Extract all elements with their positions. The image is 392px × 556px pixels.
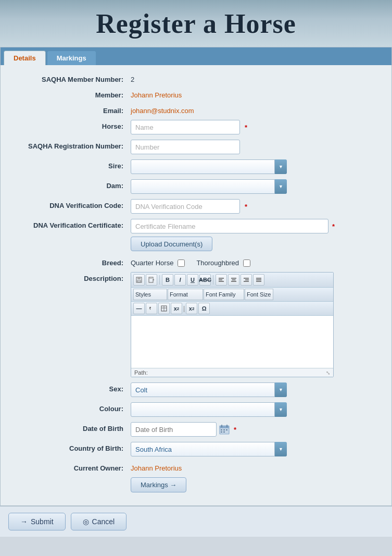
description-row: Description: B I [11, 272, 381, 377]
country-label: Country of Birth: [11, 442, 131, 452]
rte-align-justify-btn[interactable] [253, 274, 264, 286]
rte-sep-v: | [183, 305, 185, 312]
country-dropdown-wrap: South Africa [131, 442, 287, 456]
rte-path: Path: [134, 369, 148, 376]
svg-rect-26 [221, 429, 222, 430]
dna-cert-label: DNA Verification Certificate: [11, 219, 131, 229]
svg-rect-28 [226, 429, 227, 430]
breed-label: Breed: [11, 256, 131, 267]
submit-button[interactable]: → Submit [8, 513, 66, 530]
svg-rect-27 [223, 429, 225, 430]
colour-select[interactable] [131, 402, 287, 417]
dam-label: Dam: [11, 179, 131, 190]
rte-body[interactable] [131, 316, 333, 368]
rte-save-btn[interactable] [133, 274, 145, 286]
svg-rect-2 [137, 280, 141, 282]
saqha-member-value: 2 [131, 73, 134, 83]
cancel-label: Cancel [92, 517, 115, 526]
rte-table-btn[interactable] [158, 303, 170, 314]
rte-fontfamily-select[interactable]: Font Family [204, 289, 244, 300]
horse-required: * [245, 123, 247, 131]
rte-toolbar-2: Styles Format Font Family [131, 288, 333, 302]
dna-code-required: * [245, 203, 247, 211]
rte-undo-btn[interactable] [146, 303, 157, 314]
rte-toolbar-1: B I U ABC [131, 273, 333, 288]
rte-superscript-btn[interactable]: x2 [186, 303, 197, 314]
calendar-icon[interactable] [219, 424, 230, 435]
sex-dropdown-wrap: Colt Filly Gelding Mare Stallion [131, 382, 287, 397]
rte-strikethrough-btn[interactable]: ABC [199, 274, 211, 286]
submit-icon: → [20, 517, 28, 526]
member-label: Member: [11, 89, 131, 99]
upload-button[interactable]: Upload Document(s) [131, 237, 212, 251]
markings-button[interactable]: Markings → [131, 477, 186, 492]
sire-dropdown-wrap [131, 159, 287, 174]
member-value: Johann Pretorius [131, 89, 182, 99]
rte-hr-btn[interactable]: — [133, 303, 145, 314]
owner-row: Current Owner: Johann Pretorius [11, 462, 381, 472]
cancel-icon: ◎ [83, 517, 89, 526]
rte-resize-handle[interactable]: ⤡ [326, 370, 330, 376]
main-content: Details Markings SAQHA Member Number: 2 … [0, 47, 392, 506]
submit-label: Submit [31, 517, 54, 526]
saqha-member-label: SAQHA Member Number: [11, 73, 131, 83]
saqha-reg-label: SAQHA Registration Number: [11, 140, 131, 150]
sire-row: Sire: [11, 159, 381, 174]
colour-row: Colour: [11, 402, 381, 417]
thoroughbred-label: Thoroughbred [196, 259, 239, 267]
action-bar: → Submit ◎ Cancel [0, 506, 392, 537]
dna-code-input[interactable] [131, 199, 240, 214]
svg-rect-4 [149, 277, 152, 279]
horse-row: Horse: * [11, 120, 381, 134]
colour-dropdown-wrap [131, 402, 287, 417]
sex-select[interactable]: Colt Filly Gelding Mare Stallion [131, 382, 287, 397]
rte-align-left-btn[interactable] [216, 274, 227, 286]
quarter-horse-checkbox[interactable] [178, 260, 185, 267]
page-title: Register a Horse [96, 8, 296, 39]
rte-omega-btn[interactable]: Ω [198, 303, 210, 314]
saqha-reg-input[interactable] [131, 140, 240, 154]
description-label: Description: [11, 272, 131, 282]
rte-align-center-btn[interactable] [228, 274, 239, 286]
dob-input[interactable] [131, 422, 217, 437]
country-row: Country of Birth: South Africa [11, 442, 381, 456]
tab-markings[interactable]: Markings [47, 51, 96, 65]
owner-label: Current Owner: [11, 462, 131, 472]
dob-required: * [234, 426, 236, 434]
dna-cert-row: DNA Verification Certificate: * Upload D… [11, 219, 381, 251]
dna-code-label: DNA Verification Code: [11, 199, 131, 209]
page-header: Register a Horse [0, 0, 392, 47]
thoroughbred-checkbox[interactable] [243, 260, 250, 267]
email-label: Email: [11, 104, 131, 115]
markings-spacer [11, 477, 131, 480]
rte-footer: Path: ⤡ [131, 368, 333, 377]
rte-format-select[interactable]: Format [168, 289, 203, 300]
sire-select[interactable] [131, 159, 287, 174]
email-value: johann@studnix.com [131, 104, 194, 115]
rich-text-editor: B I U ABC [131, 272, 334, 377]
rte-italic-btn[interactable]: I [174, 274, 186, 286]
dam-row: Dam: [11, 179, 381, 194]
email-row: Email: johann@studnix.com [11, 104, 381, 115]
owner-value: Johann Pretorius [131, 462, 182, 472]
svg-rect-23 [220, 426, 229, 428]
tab-details[interactable]: Details [4, 51, 46, 65]
rte-fontsize-select[interactable]: Font Size [245, 289, 273, 300]
horse-input[interactable] [131, 120, 240, 134]
rte-bold-btn[interactable]: B [162, 274, 173, 286]
dna-cert-input[interactable] [131, 219, 328, 233]
saqha-reg-row: SAQHA Registration Number: [11, 140, 381, 154]
sire-label: Sire: [11, 159, 131, 170]
rte-styles-select[interactable]: Styles [133, 289, 167, 300]
country-select[interactable]: South Africa [131, 442, 287, 456]
rte-align-right-btn[interactable] [241, 274, 252, 286]
breed-options: Quarter Horse Thoroughbred [131, 256, 250, 267]
rte-sep-1 [159, 275, 160, 285]
rte-subscript-btn[interactable]: x2 [171, 303, 182, 314]
rte-underline-btn[interactable]: U [187, 274, 198, 286]
rte-toolbar-3: — x2 | x2 Ω [131, 302, 333, 316]
breed-row: Breed: Quarter Horse Thoroughbred [11, 256, 381, 267]
dam-select[interactable] [131, 179, 287, 194]
cancel-button[interactable]: ◎ Cancel [71, 513, 127, 530]
rte-saveas-btn[interactable] [146, 274, 157, 286]
